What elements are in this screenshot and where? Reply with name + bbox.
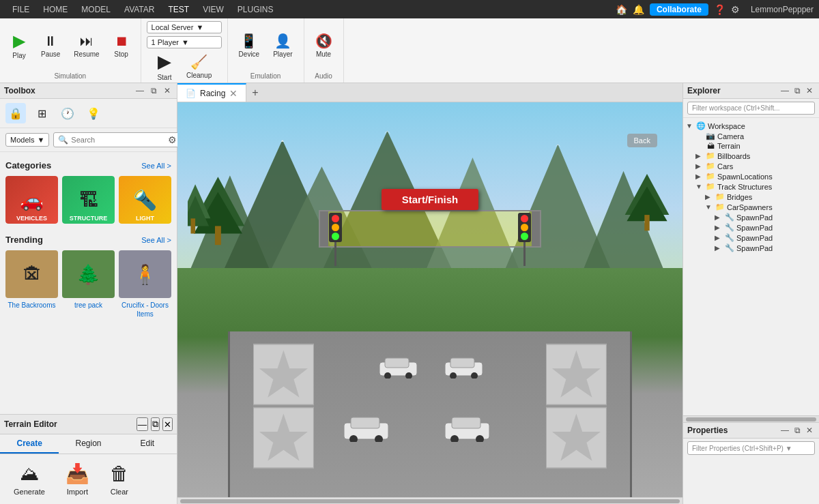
tree-horizontal-scrollbar[interactable] [683,415,819,422]
menu-item-plugins[interactable]: PLUGINS [231,0,281,18]
toolbox-close-button[interactable]: ✕ [162,86,173,95]
tree-item-carspawners[interactable]: ▼ 📁 CarSpawners [683,202,819,212]
generate-label: Generate [14,488,45,496]
menu-item-model[interactable]: MODEL [74,0,117,18]
toolbox-minimize-button[interactable]: — [134,86,146,95]
workspace-expand-arrow[interactable]: ▼ [686,122,695,130]
trees-left [188,149,248,288]
properties-filter-input[interactable]: Filter Properties (Ctrl+Shift+P) ▼ [687,441,815,455]
player-button[interactable]: 👤 Player [268,30,298,61]
settings-icon[interactable]: ⚙ [731,4,740,15]
category-vehicles[interactable]: 🚗 VEHICLES [5,176,58,224]
spawnlocations-expand-arrow[interactable]: ▶ [695,173,705,180]
toolbox-grid-icon[interactable]: ⊞ [31,103,52,123]
spawnpad3-expand-arrow[interactable]: ▶ [715,234,724,241]
carspawners-expand-arrow[interactable]: ▼ [705,203,715,211]
menu-item-test[interactable]: TEST [161,0,196,18]
tree-scrollbar-thumb [686,417,816,421]
tree-item-workspace[interactable]: ▼ 🌐 Workspace [683,121,819,131]
tree-item-terrain[interactable]: 🏔 Terrain [683,141,819,151]
trending-item-backrooms[interactable]: 🏚 The Backrooms [5,250,58,318]
start-button[interactable]: ▶ Start [151,48,178,84]
category-light[interactable]: 🔦 LIGHT [119,176,171,224]
bridges-icon: 📁 [715,192,725,201]
play-button[interactable]: ▶ Play [5,29,33,62]
tree-item-spawnpad-4[interactable]: ▶ 🔧 SpawnPad [683,243,819,253]
mute-button[interactable]: 🔇 Mute [310,30,338,61]
properties-float-button[interactable]: ⧉ [792,426,803,435]
cars-expand-arrow[interactable]: ▶ [695,162,705,170]
toolbox-float-button[interactable]: ⧉ [149,86,159,95]
racing-tab-close[interactable]: ✕ [229,88,238,99]
back-button[interactable]: Back [627,134,657,147]
pause-button[interactable]: ⏸ Pause [35,31,66,61]
properties-filter[interactable]: Filter Properties (Ctrl+Shift+P) ▼ [683,439,819,458]
spawnpad2-icon: 🔧 [724,223,735,232]
billboards-expand-arrow[interactable]: ▶ [695,152,705,160]
viewport: 📄 Racing ✕ + [177,83,682,504]
tree-item-spawnpad-2[interactable]: ▶ 🔧 SpawnPad [683,222,819,233]
filter-button[interactable]: ⚙ [168,134,177,145]
search-box[interactable]: 🔍 ⚙ [53,132,182,147]
tree-item-spawnpad-1[interactable]: ▶ 🔧 SpawnPad [683,212,819,222]
new-tab-button[interactable]: + [246,87,263,99]
terrain-float-button[interactable]: ⧉ [151,417,160,431]
tree-item-cars[interactable]: ▶ 📁 Cars [683,161,819,171]
explorer-filter[interactable]: Filter workspace (Ctrl+Shift... [683,99,819,118]
menu-item-file[interactable]: FILE [5,0,36,18]
terrain-close-button[interactable]: ✕ [162,417,173,431]
menu-item-home[interactable]: HOME [36,0,74,18]
terrain-clear-tool[interactable]: 🗑 Clear [110,462,129,496]
tree-item-billboards[interactable]: ▶ 📁 Billboards [683,151,819,161]
trending-item-crucifix[interactable]: 🧍 Crucifix - Doors Items [119,250,171,318]
tree-item-trackstructures[interactable]: ▼ 📁 Track Structures [683,181,819,192]
terrain-tab-create[interactable]: Create [0,434,59,454]
toolbox-bulb-icon[interactable]: 💡 [83,103,104,123]
svg-rect-23 [351,417,379,428]
menu-item-view[interactable]: VIEW [196,0,231,18]
search-input[interactable] [71,136,165,144]
player-count-dropdown[interactable]: 1 Player ▼ [147,36,222,48]
viewport-horizontal-scrollbar[interactable] [177,497,682,504]
trackstructures-expand-arrow[interactable]: ▼ [695,183,705,190]
explorer-close-button[interactable]: ✕ [804,86,815,95]
categories-see-all[interactable]: See All > [141,162,171,170]
bridges-expand-arrow[interactable]: ▶ [705,193,715,201]
tree-item-spawnpad-3[interactable]: ▶ 🔧 SpawnPad [683,233,819,243]
device-button[interactable]: 📱 Device [233,30,265,61]
bell-icon[interactable]: 🔔 [633,4,644,15]
category-structure[interactable]: 🏗 STRUCTURE [62,176,115,224]
properties-close-button[interactable]: ✕ [804,426,815,435]
trending-item-treepack[interactable]: 🌲 tree pack [62,250,115,318]
spawnpad1-expand-arrow[interactable]: ▶ [715,213,724,221]
menu-item-avatar[interactable]: AVATAR [117,0,161,18]
terrain-tab-region[interactable]: Region [59,434,117,454]
terrain-generate-tool[interactable]: ⛰ Generate [14,462,45,496]
toolbox-lock-icon[interactable]: 🔒 [5,103,26,123]
toolbox-content: Categories See All > 🚗 VEHICLES 🏗 STRUCT… [0,152,177,414]
terrain-tab-edit[interactable]: Edit [118,434,177,454]
tree-item-camera[interactable]: 📷 Camera [683,131,819,141]
game-view[interactable]: Start/Finish [177,102,682,497]
terrain-minimize-button[interactable]: — [136,417,148,431]
viewport-tab-racing[interactable]: 📄 Racing ✕ [177,83,246,102]
cleanup-button[interactable]: 🧹 Cleanup [181,51,217,82]
model-dropdown[interactable]: Models ▼ [5,133,49,147]
explorer-float-button[interactable]: ⧉ [792,86,803,95]
stop-button[interactable]: ⏹ Stop [108,31,135,61]
terrain-import-tool[interactable]: 📥 Import [66,462,89,496]
toolbox-recent-icon[interactable]: 🕐 [57,103,78,123]
spawnpad4-expand-arrow[interactable]: ▶ [715,244,724,252]
tree-item-spawnlocations[interactable]: ▶ 📁 SpawnLocations [683,171,819,181]
local-server-dropdown[interactable]: Local Server ▼ [147,21,222,33]
resume-button[interactable]: ⏭ Resume [68,31,104,61]
home-icon[interactable]: 🏠 [616,4,627,15]
trending-see-all[interactable]: See All > [141,236,171,244]
explorer-minimize-button[interactable]: — [779,86,791,95]
spawnpad2-expand-arrow[interactable]: ▶ [715,224,724,231]
explorer-filter-input[interactable]: Filter workspace (Ctrl+Shift... [687,102,815,115]
help-icon[interactable]: ❓ [714,4,725,15]
collaborate-button[interactable]: Collaborate [650,3,708,16]
tree-item-bridges[interactable]: ▶ 📁 Bridges [683,192,819,202]
properties-minimize-button[interactable]: — [779,426,791,435]
